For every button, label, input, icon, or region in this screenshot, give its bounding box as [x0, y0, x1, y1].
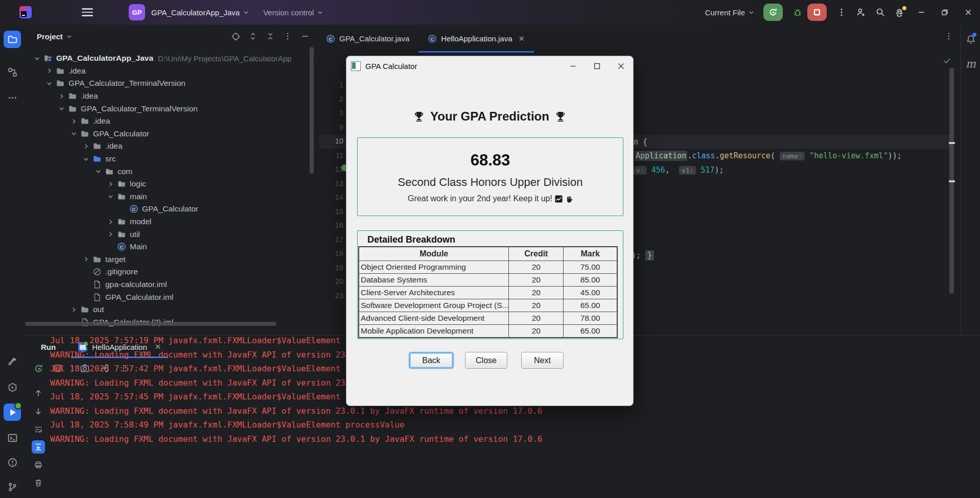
search-everywhere-button[interactable] — [871, 4, 890, 21]
project-selector[interactable]: GPA_CalculatorApp_Java — [151, 8, 249, 17]
table-row[interactable]: Database Systems2085.00 — [359, 274, 617, 287]
soft-wrap-button[interactable] — [32, 422, 45, 436]
tree-item-model[interactable]: model — [25, 216, 317, 228]
back-button[interactable]: Back — [409, 352, 454, 369]
tree-item-com[interactable]: com — [25, 165, 317, 178]
terminal-tool-button[interactable] — [4, 429, 21, 446]
tree-item-gpa-calculator-terminalversion[interactable]: GPA_Calculator_TerminalVersion — [25, 77, 317, 90]
locate-file-button[interactable] — [230, 31, 241, 42]
window-restore-button[interactable] — [933, 0, 956, 25]
maven-tool-button[interactable]: m — [961, 55, 980, 73]
tree-item--idea[interactable]: .idea — [25, 65, 317, 78]
services-tool-button[interactable] — [4, 378, 21, 396]
structure-tool-button[interactable] — [4, 63, 21, 81]
chevron-down-icon[interactable] — [44, 79, 54, 88]
window-minimize-button[interactable] — [909, 0, 933, 25]
chevron-down-icon — [317, 10, 323, 15]
line-number: 9 — [317, 123, 343, 131]
main-menu-button[interactable] — [82, 8, 93, 16]
close-button[interactable]: Close — [465, 352, 507, 369]
tree-item--idea[interactable]: .idea — [25, 90, 317, 103]
chevron-right-icon[interactable] — [81, 141, 90, 151]
tree-item-src[interactable]: src — [25, 153, 317, 165]
chevron-down-icon[interactable] — [69, 129, 78, 138]
more-tool-windows-button[interactable] — [4, 89, 21, 106]
stop-button[interactable] — [807, 4, 827, 21]
project-tool-button[interactable] — [4, 31, 21, 48]
more-actions-button[interactable] — [832, 4, 851, 21]
code-with-me-button[interactable] — [851, 4, 871, 21]
inspections-ok-icon[interactable] — [943, 56, 951, 65]
run-configuration-selector[interactable]: Current File — [705, 8, 754, 17]
editor-tab-gpa-calculator-java[interactable]: CGPA_Calculator.java — [317, 25, 418, 53]
tree-item-gpa-calculator-iml[interactable]: gpa-calculator.iml — [25, 278, 317, 291]
chevron-down-icon[interactable] — [32, 54, 41, 63]
dialog-minimize-button[interactable] — [561, 56, 585, 76]
clear-console-button[interactable] — [32, 476, 45, 489]
settings-button[interactable] — [890, 4, 909, 21]
rerun-button[interactable] — [763, 4, 783, 21]
tree-item-target[interactable]: target — [25, 253, 317, 266]
table-row[interactable]: Client-Server Architectures2045.00 — [359, 287, 617, 299]
rerun-button[interactable] — [32, 362, 44, 374]
chevron-down-icon[interactable] — [81, 154, 90, 163]
tree-item--gitignore[interactable]: .gitignore — [25, 266, 317, 278]
debug-button[interactable] — [788, 4, 807, 21]
editor-tab-helloapplication-java[interactable]: CHelloApplication.java✕ — [418, 25, 534, 53]
dialog-close-button[interactable] — [609, 56, 633, 76]
tree-item-main[interactable]: main — [25, 191, 317, 203]
chevron-right-icon[interactable] — [106, 217, 115, 226]
table-row[interactable]: Advanced Client-side Development2078.00 — [359, 312, 617, 325]
tree-item-label: .idea — [68, 66, 86, 76]
run-tool-button[interactable] — [4, 404, 21, 421]
prev-occurrence-button[interactable] — [32, 387, 45, 400]
project-horizontal-scrollbar[interactable] — [25, 322, 276, 326]
tree-item--idea[interactable]: .idea — [25, 140, 317, 153]
table-row[interactable]: Object Oriented Programming2075.00 — [359, 261, 617, 274]
scroll-to-end-button[interactable] — [32, 440, 45, 454]
chevron-right-icon[interactable] — [57, 91, 66, 101]
chevron-right-icon[interactable] — [69, 305, 78, 314]
collapse-all-button[interactable] — [265, 31, 276, 42]
chevron-right-icon[interactable] — [106, 230, 115, 239]
tree-item-gpa-calculator-iml[interactable]: GPA_Calculator.iml — [25, 291, 317, 303]
modules-table[interactable]: ModuleCreditMarkObject Oriented Programm… — [358, 246, 618, 338]
expand-all-button[interactable] — [247, 31, 259, 42]
tree-item--idea[interactable]: .idea — [25, 115, 317, 128]
tree-item-out[interactable]: out — [25, 303, 317, 316]
version-control-widget[interactable]: Version control — [263, 8, 323, 17]
tree-item-gpa-calculator-terminalversion[interactable]: GPA_Calculator_TerminalVersion — [25, 102, 317, 115]
notifications-button[interactable] — [961, 31, 980, 48]
build-tool-button[interactable] — [4, 353, 21, 370]
chevron-down-icon[interactable] — [106, 192, 115, 201]
hide-panel-button[interactable] — [299, 31, 311, 42]
problems-tool-button[interactable] — [4, 454, 21, 471]
table-row[interactable]: Mobile Application Development2065.00 — [359, 325, 617, 338]
chevron-right-icon[interactable] — [44, 66, 54, 76]
tree-item-gpa-calculator[interactable]: CGPA_Calculator — [25, 203, 317, 216]
chevron-down-icon[interactable] — [57, 104, 66, 113]
project-view-selector[interactable]: Project — [37, 32, 72, 41]
chevron-right-icon[interactable] — [81, 255, 90, 264]
chevron-down-icon[interactable] — [94, 167, 103, 176]
project-vertical-scrollbar[interactable] — [310, 47, 314, 174]
window-close-button[interactable] — [956, 0, 980, 25]
chevron-right-icon[interactable] — [106, 179, 115, 188]
next-button[interactable]: Next — [521, 352, 564, 369]
dialog-maximize-button[interactable] — [585, 56, 609, 76]
close-icon[interactable]: ✕ — [519, 34, 525, 43]
tree-item-gpa-calculator[interactable]: GPA_Calculator — [25, 128, 317, 140]
tree-item-main[interactable]: CMain — [25, 241, 317, 253]
dialog-title-bar[interactable]: GPA Calculator — [346, 56, 633, 76]
panel-options-button[interactable] — [282, 31, 293, 42]
table-row[interactable]: Software Development Group Project (S...… — [359, 299, 617, 312]
tree-item-util[interactable]: util — [25, 228, 317, 241]
hammer-icon — [7, 357, 18, 367]
print-button[interactable] — [32, 458, 45, 471]
chevron-right-icon[interactable] — [69, 116, 78, 126]
tree-item-gpa-calculatorapp-java[interactable]: GPA_CalculatorApp_JavaD:\Uni\My Projects… — [25, 52, 317, 65]
editor-options-button[interactable] — [944, 32, 953, 41]
git-tool-button[interactable] — [4, 478, 21, 495]
tree-item-logic[interactable]: logic — [25, 178, 317, 191]
next-occurrence-button[interactable] — [32, 405, 45, 418]
